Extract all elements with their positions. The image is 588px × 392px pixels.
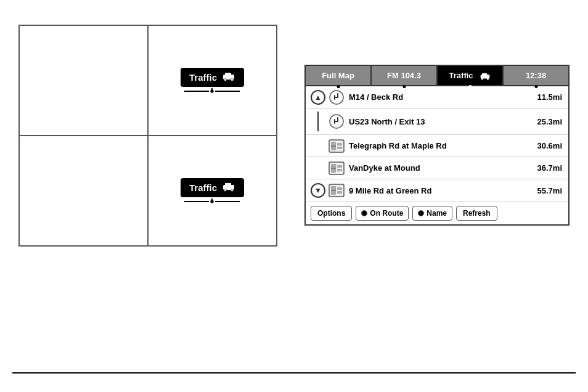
svg-rect-5	[225, 183, 231, 186]
diagram-area: Traffic	[18, 25, 277, 247]
svg-point-11	[487, 78, 489, 80]
table-row: ▲ M14 / Beck Rd 11.5mi	[306, 86, 568, 108]
nav-header: Full Map FM 104.3 Traffic 12:38	[306, 66, 568, 86]
row-distance-3: 30.6mi	[537, 141, 565, 150]
on-route-label: On Route	[370, 209, 403, 218]
cell-top-right: Traffic	[148, 25, 277, 136]
svg-point-3	[231, 79, 234, 81]
row-icon-line	[309, 112, 327, 131]
traffic-badge-wrapper-1: Traffic	[181, 68, 244, 93]
row-distance-1: 11.5mi	[537, 92, 565, 102]
row-distance-2: 25.3mi	[537, 117, 565, 126]
svg-point-6	[224, 189, 227, 192]
svg-rect-22	[337, 165, 342, 168]
nav-panel: Full Map FM 104.3 Traffic 12:38	[304, 65, 570, 226]
turn-icon-1	[327, 90, 346, 105]
traffic-badge-2: Traffic	[181, 178, 244, 197]
row-text-3: Telegraph Rd at Maple Rd	[346, 141, 537, 150]
svg-rect-23	[337, 169, 342, 171]
svg-point-10	[481, 78, 483, 80]
tab-dot-traffic	[468, 85, 472, 88]
refresh-button[interactable]: Refresh	[456, 206, 497, 221]
row-distance-4: 36.7mi	[537, 163, 565, 173]
diagram-grid: Traffic	[19, 25, 277, 246]
row-text-5: 9 Mile Rd at Green Rd	[346, 186, 537, 195]
car-icon-1	[222, 71, 235, 83]
cell-top-left	[19, 25, 148, 136]
row-icon-down: ▼	[309, 183, 327, 198]
row-icon-up: ▲	[309, 90, 327, 105]
name-toggle[interactable]: Name	[412, 206, 452, 221]
on-route-dot	[361, 210, 367, 216]
vertical-line	[317, 112, 319, 131]
underline-line-1	[184, 91, 209, 92]
name-dot	[418, 210, 424, 216]
underline-line-1b	[215, 91, 240, 92]
svg-rect-17	[337, 143, 342, 145]
tab-time[interactable]: 12:38	[504, 66, 568, 85]
traffic-label-2: Traffic	[189, 182, 217, 193]
svg-rect-27	[337, 187, 342, 190]
tab-dot-full-map	[337, 85, 340, 88]
row-text-2: US23 North / Exit 13	[346, 117, 537, 126]
tab-full-map[interactable]: Full Map	[306, 66, 372, 85]
table-row: VanDyke at Mound 36.7mi	[306, 157, 568, 179]
traffic-sign-5	[327, 184, 346, 197]
turn-icon-2	[327, 114, 346, 129]
svg-point-2	[224, 79, 227, 81]
svg-rect-18	[337, 147, 342, 149]
tab-dot-fm	[402, 85, 406, 88]
traffic-list: ▲ M14 / Beck Rd 11.5mi	[306, 86, 568, 202]
row-text-4: VanDyke at Mound	[346, 163, 537, 173]
tab-fm[interactable]: FM 104.3	[372, 66, 438, 85]
traffic-badge-1: Traffic	[181, 68, 244, 87]
traffic-badge-wrapper-2: Traffic	[181, 178, 244, 203]
svg-point-7	[231, 189, 234, 192]
table-row: US23 North / Exit 13 25.3mi	[306, 108, 568, 135]
nav-footer: Options On Route Name Refresh	[306, 202, 568, 224]
table-row: ▼ 9 Mile Rd at Green Rd 55.7mi	[306, 179, 568, 202]
underline-line-2	[184, 201, 209, 202]
table-row: Telegraph Rd at Maple Rd 30.6mi	[306, 135, 568, 157]
traffic-label-1: Traffic	[189, 72, 217, 83]
bottom-divider	[12, 372, 576, 374]
tab-traffic[interactable]: Traffic	[438, 66, 504, 85]
row-text-1: M14 / Beck Rd	[346, 92, 537, 102]
svg-rect-9	[483, 73, 488, 76]
row-distance-5: 55.7mi	[537, 186, 565, 195]
cell-bottom-right: Traffic	[148, 136, 277, 246]
traffic-sign-3	[327, 139, 346, 153]
name-label: Name	[427, 209, 447, 218]
car-icon-2	[222, 182, 235, 194]
svg-rect-28	[337, 191, 342, 194]
options-button[interactable]: Options	[311, 206, 352, 221]
cell-bottom-left	[19, 136, 148, 246]
traffic-sign-4	[327, 161, 346, 175]
svg-rect-1	[225, 73, 231, 76]
on-route-toggle[interactable]: On Route	[356, 206, 409, 221]
down-arrow-circle: ▼	[311, 183, 325, 198]
tab-dot-time	[534, 85, 537, 88]
underline-line-2b	[215, 201, 240, 202]
up-arrow-circle: ▲	[311, 90, 325, 105]
